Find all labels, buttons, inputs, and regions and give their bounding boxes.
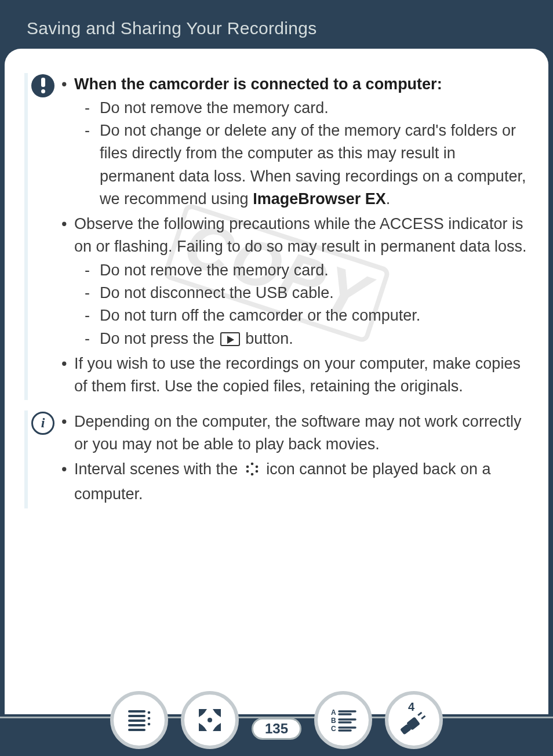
svg-point-13: [148, 723, 151, 726]
important-heading: When the camcorder is connected to a com…: [74, 75, 442, 93]
page-number-pill: 135: [252, 718, 301, 740]
important-2-sub4: Do not press the button.: [74, 328, 529, 350]
svg-rect-27: [421, 715, 425, 719]
nav-back-button[interactable]: 4: [385, 691, 443, 749]
svg-point-0: [250, 463, 253, 466]
info-icon: i: [31, 412, 54, 435]
important-1-sub2: Do not change or delete any of the memor…: [74, 119, 529, 210]
svg-point-1: [255, 466, 258, 468]
important-2-sub3: Do not turn off the camcorder or the com…: [74, 304, 529, 327]
fullscreen-icon: [195, 706, 224, 735]
svg-point-4: [246, 470, 249, 473]
section-header: Saving and Sharing Your Recordings: [0, 0, 553, 49]
page-number: 135: [265, 721, 288, 737]
index-icon: ABC: [328, 706, 359, 735]
interval-dots-icon: [245, 460, 260, 483]
important-item-3: If you wish to use the recordings on you…: [61, 352, 529, 398]
svg-point-11: [148, 711, 151, 714]
nav-toc-button[interactable]: [110, 691, 168, 749]
note-icon-wrap: [31, 73, 58, 400]
note-accent-bar: [24, 410, 28, 508]
svg-point-3: [250, 473, 253, 476]
nav-index-button[interactable]: ABC: [314, 691, 372, 749]
important-1-sub1: Do not remove the memory card.: [74, 97, 529, 119]
back-badge: 4: [408, 700, 414, 714]
page-card: COPY When the camcorder is connected to …: [5, 49, 548, 714]
playback-button-icon: [220, 332, 240, 346]
svg-point-2: [255, 470, 258, 473]
svg-point-12: [148, 717, 151, 720]
nav-fullscreen-button[interactable]: [181, 691, 239, 749]
important-content: When the camcorder is connected to a com…: [58, 73, 529, 400]
important-item-1: When the camcorder is connected to a com…: [61, 73, 529, 210]
svg-rect-26: [417, 712, 422, 716]
important-2-sub2: Do not disconnect the USB cable.: [74, 282, 529, 304]
info-note: i Depending on the computer, the softwar…: [24, 410, 529, 508]
section-title: Saving and Sharing Your Recordings: [27, 19, 317, 38]
svg-text:B: B: [331, 717, 336, 725]
info-content: Depending on the computer, the software …: [58, 410, 529, 508]
svg-text:A: A: [331, 708, 336, 717]
svg-point-5: [246, 466, 249, 468]
svg-point-14: [208, 718, 212, 722]
note-icon-wrap: i: [31, 410, 58, 508]
important-item-2: Observe the following precautions while …: [61, 213, 529, 350]
toc-icon: [125, 706, 154, 735]
important-icon: [31, 74, 54, 97]
svg-text:C: C: [331, 725, 336, 733]
info-item-2: Interval scenes with the icon cannot be …: [61, 458, 529, 506]
info-item-1: Depending on the computer, the software …: [61, 410, 529, 456]
important-note: When the camcorder is connected to a com…: [24, 73, 529, 400]
important-2-sub1: Do not remove the memory card.: [74, 259, 529, 282]
note-accent-bar: [24, 73, 28, 400]
